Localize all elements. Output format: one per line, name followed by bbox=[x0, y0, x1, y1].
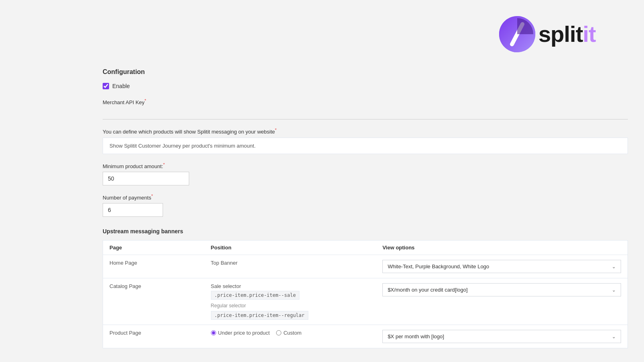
radio-custom-label: Custom bbox=[283, 330, 301, 336]
config-section: Configuration Enable Merchant API Key* Y… bbox=[103, 64, 628, 348]
logo-text: splitit bbox=[539, 23, 596, 45]
position-cell-product: Under price to product Custom bbox=[204, 325, 376, 348]
page-cell-product: Product Page bbox=[103, 325, 204, 348]
chevron-down-icon: ⌄ bbox=[612, 264, 616, 269]
enable-row: Enable bbox=[103, 83, 628, 89]
num-payments-label: Number of payments* bbox=[103, 193, 628, 201]
radio-under-price-input[interactable] bbox=[211, 330, 216, 335]
radio-option-under-price[interactable]: Under price to product bbox=[211, 330, 270, 336]
position-radio-group: Under price to product Custom bbox=[211, 330, 370, 336]
num-payments-group: Number of payments* bbox=[103, 193, 628, 217]
position-cell-home: Top Banner bbox=[204, 255, 376, 278]
logo-it: it bbox=[583, 21, 596, 47]
product-filter-info: Show Splitit Customer Journey per produc… bbox=[103, 138, 628, 154]
num-payments-input[interactable] bbox=[103, 203, 163, 217]
view-options-select-home[interactable]: White-Text, Purple Background, White Log… bbox=[382, 260, 621, 273]
min-amount-label: Minimum product amount:* bbox=[103, 162, 628, 169]
banners-title: Upstream messaging banners bbox=[103, 228, 628, 234]
chevron-down-icon: ⌄ bbox=[612, 287, 616, 293]
radio-option-custom[interactable]: Custom bbox=[276, 330, 301, 336]
view-options-cell-catalog: $X/month on your credit card[logo] ⌄ bbox=[376, 278, 627, 325]
regular-selector-label: Regular selector bbox=[211, 303, 370, 309]
banners-section: Upstream messaging banners Page Position… bbox=[103, 228, 628, 348]
view-options-select-product[interactable]: $X per month with [logo] ⌄ bbox=[382, 330, 621, 343]
enable-label: Enable bbox=[112, 83, 130, 89]
logo-area: splitit bbox=[16, 0, 628, 64]
page-wrapper: splitit Configuration Enable Merchant AP… bbox=[0, 0, 644, 348]
view-options-cell-product: $X per month with [logo] ⌄ bbox=[376, 325, 627, 348]
merchant-api-key-input[interactable] bbox=[103, 108, 628, 119]
logo-container: splitit bbox=[499, 16, 596, 52]
table-row: Home Page Top Banner White-Text, Purple … bbox=[103, 255, 628, 278]
page-cell-home: Home Page bbox=[103, 255, 204, 278]
merchant-api-key-group: Merchant API Key* bbox=[103, 98, 628, 119]
logo-split: split bbox=[539, 21, 583, 47]
view-options-select-catalog[interactable]: $X/month on your credit card[logo] ⌄ bbox=[382, 283, 621, 296]
table-row: Product Page Under price to product Cust… bbox=[103, 325, 628, 348]
col-header-view: View options bbox=[376, 241, 627, 255]
view-options-cell-home: White-Text, Purple Background, White Log… bbox=[376, 255, 627, 278]
sale-selector-value: .price-item.price-item--sale bbox=[211, 291, 299, 300]
regular-selector-value: .price-item.price-item--regular bbox=[211, 311, 308, 320]
enable-checkbox[interactable] bbox=[103, 83, 109, 89]
chevron-down-icon: ⌄ bbox=[612, 334, 616, 339]
page-cell-catalog: Catalog Page bbox=[103, 278, 204, 325]
col-header-page: Page bbox=[103, 241, 204, 255]
view-options-value-home: White-Text, Purple Background, White Log… bbox=[388, 263, 489, 269]
table-row: Catalog Page Sale selector .price-item.p… bbox=[103, 278, 628, 325]
section-title: Configuration bbox=[103, 68, 628, 76]
min-amount-input[interactable] bbox=[103, 172, 189, 185]
banners-table: Page Position View options Home Page Top… bbox=[103, 240, 628, 348]
splitit-logo-icon bbox=[499, 16, 535, 52]
radio-custom-input[interactable] bbox=[276, 330, 281, 335]
sale-selector-label: Sale selector bbox=[211, 283, 370, 289]
view-options-value-catalog: $X/month on your credit card[logo] bbox=[388, 287, 468, 293]
col-header-position: Position bbox=[204, 241, 376, 255]
product-filter-group: You can define which products will show … bbox=[103, 128, 628, 154]
merchant-api-key-label: Merchant API Key* bbox=[103, 98, 628, 105]
product-filter-label: You can define which products will show … bbox=[103, 128, 628, 135]
view-options-value-product: $X per month with [logo] bbox=[388, 333, 444, 339]
radio-under-price-label: Under price to product bbox=[218, 330, 270, 336]
min-amount-group: Minimum product amount:* bbox=[103, 162, 628, 185]
position-cell-catalog: Sale selector .price-item.price-item--sa… bbox=[204, 278, 376, 325]
